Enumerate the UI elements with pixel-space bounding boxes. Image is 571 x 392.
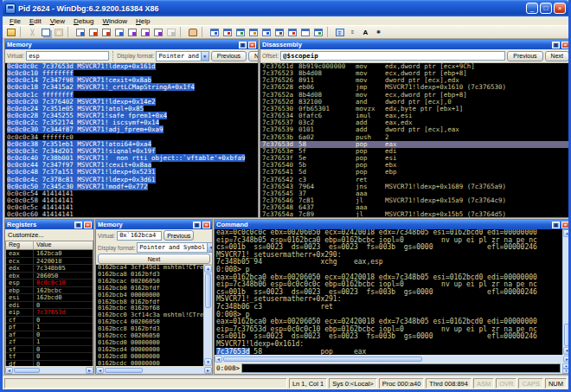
register-row[interactable]: pf1: [6, 324, 93, 331]
step-out-icon[interactable]: [151, 26, 164, 38]
command-panel-title-bar[interactable]: Command ▣ ×: [215, 220, 571, 229]
step-over-icon[interactable]: [138, 26, 151, 38]
command-input[interactable]: [241, 363, 561, 373]
step-into-icon[interactable]: [125, 26, 138, 38]
disassembly-row[interactable]: 7c3765437964jnsMSVCR71!ldexp+0x1689 (7c3…: [260, 183, 571, 190]
memory-window-icon[interactable]: [260, 26, 273, 38]
previous-button[interactable]: Previous: [507, 51, 542, 61]
virtual-address-input[interactable]: [26, 51, 109, 61]
dock-icon[interactable]: ▣: [552, 42, 560, 48]
register-row[interactable]: cf0: [6, 317, 93, 325]
command-window-icon[interactable]: [208, 26, 221, 38]
command-spinner[interactable]: ▲▼: [562, 363, 570, 373]
scroll-left-icon[interactable]: ◄: [5, 367, 13, 374]
disassembly-row[interactable]: 7c37653e5fpopedi: [260, 148, 571, 155]
register-row[interactable]: af0: [6, 331, 93, 339]
detach-icon[interactable]: [112, 26, 125, 38]
next-button[interactable]: Next: [98, 254, 210, 264]
processes-window-icon[interactable]: [311, 26, 324, 38]
source-mode-on-icon[interactable]: ≡: [333, 26, 346, 38]
close-icon[interactable]: ×: [202, 222, 210, 228]
disassembly-content[interactable]: 7c37651d8b919c000000movedx,dword ptr [ec…: [260, 63, 571, 217]
menu-edit[interactable]: Edit: [25, 17, 46, 25]
register-row[interactable]: zf1: [6, 338, 93, 346]
menu-view[interactable]: View: [46, 17, 69, 25]
memory-content[interactable]: 0162bca4 3cf149d1 mshtml!CTreeN0162bca8 …: [96, 265, 212, 366]
memory2-panel-title-bar[interactable]: Memory ▣ ×: [96, 220, 212, 229]
menu-debug[interactable]: Debug: [69, 17, 99, 25]
register-row[interactable]: ecx2420018: [6, 258, 93, 266]
scroll-right-icon[interactable]: ►: [204, 367, 212, 374]
register-row[interactable]: esi162bcd0: [6, 294, 93, 302]
scroll-thumb[interactable]: [223, 357, 422, 362]
open-source-file-icon[interactable]: [4, 26, 17, 38]
run-to-cursor-icon[interactable]: [164, 26, 177, 38]
scroll-thumb[interactable]: [564, 324, 570, 346]
close-icon[interactable]: ×: [561, 42, 569, 48]
menu-file[interactable]: File: [5, 17, 25, 25]
register-row[interactable]: esp0c0c0c10: [6, 280, 93, 287]
scroll-down-icon[interactable]: ▼: [563, 347, 571, 355]
register-row[interactable]: edi0: [6, 302, 93, 310]
register-row[interactable]: eax162bca0: [6, 250, 93, 258]
next-button[interactable]: Next: [545, 51, 569, 61]
scroll-down-icon[interactable]: ▼: [204, 358, 212, 366]
disassembly-window-icon[interactable]: [286, 26, 298, 38]
close-icon[interactable]: ×: [84, 222, 92, 228]
offset-input[interactable]: [280, 51, 505, 61]
scroll-thumb[interactable]: [14, 368, 40, 373]
copy-icon[interactable]: [39, 26, 52, 38]
minimize-button[interactable]: _: [526, 3, 538, 14]
registers-hscrollbar[interactable]: ◄ ►: [5, 366, 93, 374]
insert-breakpoint-icon[interactable]: [186, 26, 199, 38]
memory2-hscrollbar[interactable]: ◄ ►: [96, 366, 212, 374]
memory-panel-title-bar[interactable]: Memory ▣ ×: [5, 40, 258, 49]
dock-icon[interactable]: ▣: [552, 222, 560, 228]
previous-button[interactable]: Previous: [211, 51, 247, 61]
scroll-up-icon[interactable]: ▲: [204, 265, 212, 273]
disassembly-row[interactable]: 7c37654a7c89jlMSVCR71!ldexp+0x15b5 (7c37…: [260, 211, 571, 217]
dock-icon[interactable]: ▣: [239, 42, 247, 48]
command-vscrollbar[interactable]: ▲ ▼: [562, 229, 571, 355]
stop-debugging-icon[interactable]: [99, 26, 112, 38]
call-stack-window-icon[interactable]: [273, 26, 286, 38]
virtual-address-input[interactable]: [117, 231, 162, 241]
display-format-select[interactable]: Pointer and Symbol ▼: [137, 242, 213, 253]
font-icon[interactable]: A: [359, 26, 372, 38]
watch-window-icon[interactable]: [221, 26, 234, 38]
close-button[interactable]: ×: [554, 3, 566, 14]
register-row[interactable]: sf0: [6, 346, 93, 354]
previous-button[interactable]: Previous: [164, 230, 194, 241]
disassembly-row[interactable]: 7c37653b6a02push2: [260, 134, 571, 141]
registers-table[interactable]: eax162bca0ecx2420018edx7c348b05ebx206050…: [5, 250, 93, 366]
go-icon[interactable]: [74, 26, 87, 38]
close-icon[interactable]: ×: [561, 222, 569, 228]
registers-panel-title-bar[interactable]: Registers ▣ ×: [5, 220, 93, 229]
register-row[interactable]: eip7c37653d: [6, 309, 93, 317]
register-row[interactable]: edx7c348b05: [6, 265, 93, 273]
memory-row[interactable]: 0c0c0c60 41414141: [5, 211, 258, 217]
scroll-thumb[interactable]: [205, 273, 211, 308]
scroll-left-icon[interactable]: ◄: [96, 367, 104, 374]
memory-content[interactable]: 0c0c0c0c 7c37653d MSVCR71!ldexp+0x161d0c…: [5, 63, 258, 217]
cut-icon[interactable]: [26, 26, 39, 38]
disassembly-row[interactable]: 7c37653f5epopesi: [260, 155, 571, 162]
register-row[interactable]: tf0: [6, 353, 93, 361]
command-hscrollbar[interactable]: ◄ ►: [215, 355, 571, 363]
dock-icon[interactable]: ▣: [193, 222, 201, 228]
scroll-right-icon[interactable]: ►: [86, 367, 93, 374]
registers-window-icon[interactable]: [247, 26, 260, 38]
disassembly-row[interactable]: 7c3765415dpopebp: [260, 169, 571, 176]
customize-button[interactable]: Customize...: [5, 229, 93, 241]
scroll-thumb[interactable]: [105, 368, 143, 373]
register-row[interactable]: df0: [6, 361, 93, 367]
disassembly-row[interactable]: 7c37653d58popeax: [260, 141, 571, 148]
scroll-left-icon[interactable]: ◄: [215, 356, 222, 363]
register-row[interactable]: ebp162bcbc: [6, 287, 93, 295]
paste-icon[interactable]: [52, 26, 65, 38]
disassembly-row[interactable]: 7c3765405bpopebx: [260, 162, 571, 169]
menu-help[interactable]: Help: [132, 17, 154, 25]
scroll-up-icon[interactable]: ▲: [563, 229, 571, 237]
close-icon[interactable]: ×: [248, 42, 256, 48]
memory-row[interactable]: 0162bcdc 00000000: [96, 361, 203, 366]
